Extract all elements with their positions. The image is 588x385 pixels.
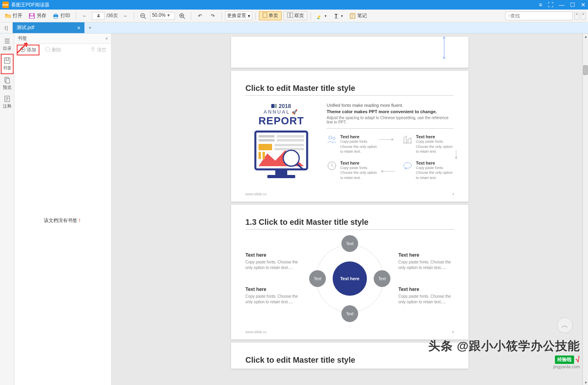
save-icon bbox=[29, 13, 35, 19]
svg-rect-13 bbox=[263, 13, 267, 18]
file-tab[interactable]: 测试.pdf × bbox=[13, 22, 84, 33]
prev-page-button[interactable]: ← bbox=[79, 12, 90, 20]
page-total: /36页 bbox=[106, 12, 118, 19]
app-logo: PDF bbox=[2, 2, 9, 8]
svg-point-53 bbox=[333, 137, 335, 139]
next-page-button[interactable]: → bbox=[120, 12, 131, 20]
close-tab-icon[interactable]: × bbox=[77, 25, 80, 31]
minimize-icon[interactable]: — bbox=[559, 2, 564, 8]
svg-rect-1 bbox=[30, 14, 33, 16]
bookmark-icon bbox=[4, 57, 11, 64]
scroll-top-button[interactable]: ︿ bbox=[557, 317, 573, 333]
separator bbox=[221, 12, 222, 20]
highlighter-icon bbox=[317, 13, 323, 19]
svg-rect-46 bbox=[259, 152, 261, 159]
circle-diagram: Text here Text Text Text Text bbox=[311, 237, 389, 320]
fullscreen-icon[interactable]: ⛶ bbox=[548, 2, 553, 8]
zoom-out-icon bbox=[140, 13, 146, 19]
rail-annotation[interactable]: 注释 bbox=[1, 93, 14, 112]
bookmark-panel: 书签 × 添加 删除 清空 该文档没有书签！ bbox=[14, 33, 112, 385]
rail-toc[interactable]: 目录 bbox=[1, 35, 14, 54]
svg-rect-40 bbox=[259, 139, 274, 141]
search-next-button[interactable]: ˅ bbox=[581, 12, 586, 20]
single-page-button[interactable]: 单页 bbox=[259, 11, 282, 20]
separator bbox=[76, 12, 76, 20]
close-icon[interactable]: ✕ bbox=[581, 2, 586, 8]
slide-title: Click to edit Master title style bbox=[245, 84, 454, 96]
new-tab-button[interactable]: + bbox=[84, 22, 96, 33]
scroll-up-icon[interactable]: ▴ bbox=[583, 33, 588, 39]
minus-circle-icon bbox=[45, 47, 51, 53]
add-bookmark-button[interactable]: 添加 bbox=[17, 45, 39, 55]
print-button[interactable]: 打印 bbox=[50, 11, 73, 20]
chevron-down-icon: ▾ bbox=[167, 12, 170, 18]
rail-bookmark[interactable]: 书签 bbox=[1, 54, 14, 74]
panel-title: 书签 bbox=[18, 35, 105, 42]
chevron-up-icon: ︿ bbox=[561, 320, 568, 330]
toolbar: 打开 另存 打印 ← /36页 → 50.0% ▾ ↶ ↷ 更换背景▾ 单页 双… bbox=[0, 10, 588, 22]
zoom-select[interactable]: 50.0% ▾ bbox=[150, 12, 175, 20]
page-input[interactable] bbox=[92, 12, 105, 20]
vertical-scrollbar[interactable]: ▴ ▾ bbox=[582, 33, 588, 385]
scroll-down-icon[interactable]: ▾ bbox=[583, 379, 588, 385]
panel-close-icon[interactable]: × bbox=[105, 36, 108, 41]
zoom-in-icon bbox=[179, 13, 185, 19]
svg-point-52 bbox=[329, 136, 332, 139]
saveas-button[interactable]: 另存 bbox=[26, 11, 49, 20]
watermark: 头条 @跟小小筱学办公技能 经验啦 √ jingyanla.com bbox=[428, 338, 580, 369]
trash-icon bbox=[90, 47, 96, 53]
svg-rect-44 bbox=[274, 144, 304, 146]
svg-rect-15 bbox=[290, 13, 293, 18]
clear-bookmarks-button[interactable]: 清空 bbox=[88, 45, 109, 55]
menu-icon[interactable]: ≡ bbox=[539, 2, 542, 8]
zoom-in-button[interactable] bbox=[176, 12, 188, 20]
svg-rect-14 bbox=[287, 13, 290, 18]
zoom-out-button[interactable] bbox=[137, 12, 149, 20]
arrow-right-icon bbox=[378, 138, 396, 141]
rocket-icon: 🚀 bbox=[292, 109, 299, 115]
separator bbox=[134, 12, 134, 20]
maximize-icon[interactable]: ☐ bbox=[570, 2, 575, 8]
svg-rect-28 bbox=[6, 79, 10, 83]
arrow-down-icon bbox=[454, 149, 458, 161]
document-viewport[interactable]: Click to edit Master title style 2018 AN… bbox=[112, 33, 588, 385]
single-page-icon bbox=[263, 12, 267, 19]
svg-rect-16 bbox=[317, 18, 319, 19]
open-button[interactable]: 打开 bbox=[2, 11, 25, 20]
text-button[interactable]: T▾ bbox=[331, 12, 345, 20]
arrow-left-icon bbox=[378, 169, 396, 173]
monitor-illustration bbox=[251, 130, 311, 181]
search-prev-button[interactable]: ˄ bbox=[574, 12, 579, 20]
scroll-thumb[interactable] bbox=[583, 65, 588, 75]
rail-preview[interactable]: 预览 bbox=[1, 74, 14, 93]
search-box[interactable] bbox=[505, 12, 573, 20]
rotate-left-button[interactable]: ↶ bbox=[194, 12, 206, 20]
plus-circle-icon bbox=[20, 47, 25, 53]
double-page-button[interactable]: 双页 bbox=[283, 11, 308, 20]
folder-open-icon bbox=[5, 13, 11, 19]
arrow-left-icon: ← bbox=[82, 13, 88, 19]
svg-rect-5 bbox=[54, 17, 57, 18]
svg-rect-43 bbox=[259, 144, 272, 150]
rotate-right-button[interactable]: ↷ bbox=[207, 12, 218, 20]
main-area: 目录 书签 预览 注释 书签 × 添加 删除 bbox=[0, 33, 588, 385]
note-button[interactable]: 笔记 bbox=[347, 11, 369, 20]
separator bbox=[191, 12, 191, 20]
note-icon bbox=[349, 13, 356, 19]
pdf-page: Click to edit Master title style 2018 AN… bbox=[231, 71, 468, 202]
panel-empty-message: 该文档没有书签！ bbox=[14, 56, 111, 385]
title-bar: PDF 看图王PDF阅读器 ≡ ⛶ — ☐ ✕ bbox=[0, 0, 588, 10]
background-dropdown[interactable]: 更换背景▾ bbox=[225, 11, 252, 20]
delete-bookmark-button[interactable]: 删除 bbox=[43, 45, 64, 55]
svg-line-7 bbox=[144, 17, 146, 19]
collapse-panel-button[interactable]: ⟨| bbox=[0, 22, 13, 33]
chevron-up-icon: ˄ bbox=[576, 13, 578, 19]
svg-line-10 bbox=[183, 17, 185, 19]
highlight-button[interactable]: ▾ bbox=[314, 12, 329, 20]
search-input[interactable] bbox=[510, 13, 570, 19]
svg-rect-2 bbox=[30, 16, 34, 18]
chevron-down-icon: ˅ bbox=[582, 13, 584, 19]
building-icon bbox=[402, 134, 413, 145]
pdf-page: 1.3 Click to edit Master title style Tex… bbox=[231, 205, 468, 340]
rotate-ccw-icon: ↶ bbox=[197, 13, 203, 19]
